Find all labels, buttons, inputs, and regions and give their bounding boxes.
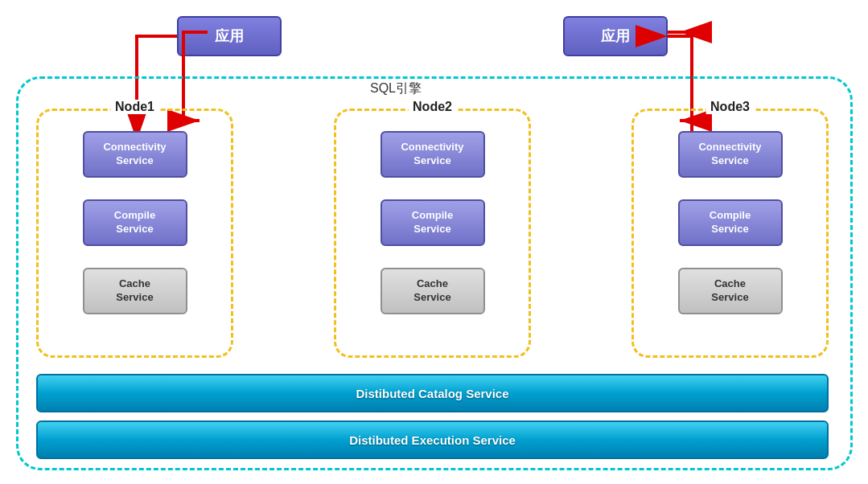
catalog-service-bar: Distibuted Catalog Service (36, 374, 829, 412)
node1-label: Node1 (110, 100, 159, 114)
sql-engine-label: SQL引擎 (370, 80, 422, 97)
node2-connectivity-service: ConnectivityService (381, 131, 485, 178)
node2-cache-label: CacheService (413, 277, 450, 305)
node2-cache-service: CacheService (381, 268, 485, 314)
node2-compile-label: CompileService (412, 209, 453, 236)
node3-connectivity-service: ConnectivityService (678, 131, 783, 178)
node1-connectivity-label: ConnectivityService (103, 141, 166, 168)
execution-service-label: Distibuted Execution Service (349, 433, 516, 447)
node3-cache-label: CacheService (711, 277, 748, 305)
node3-compile-service: CompileService (678, 199, 783, 246)
execution-service-bar: Distibuted Execution Service (36, 420, 829, 459)
node1-connectivity-service: ConnectivityService (83, 131, 187, 178)
node3-container: Node3 ConnectivityService CompileService… (631, 109, 829, 358)
catalog-service-label: Distibuted Catalog Service (356, 387, 508, 400)
node1-compile-label: CompileService (114, 209, 155, 236)
node2-connectivity-label: ConnectivityService (401, 141, 463, 168)
node2-compile-service: CompileService (381, 199, 485, 246)
node3-connectivity-label: ConnectivityService (698, 141, 761, 168)
node2-label: Node2 (408, 100, 457, 114)
node3-compile-label: CompileService (710, 209, 751, 236)
node3-cache-service: CacheService (678, 268, 783, 314)
diagram-container: 应用 应用 (0, 0, 868, 484)
node1-compile-service: CompileService (83, 199, 187, 246)
node1-cache-service: CacheService (83, 268, 187, 314)
node1-container: Node1 ConnectivityService CompileService… (36, 109, 233, 358)
node2-container: Node2 ConnectivityService CompileService… (334, 109, 531, 358)
node3-label: Node3 (706, 100, 755, 114)
node1-cache-label: CacheService (116, 277, 153, 305)
